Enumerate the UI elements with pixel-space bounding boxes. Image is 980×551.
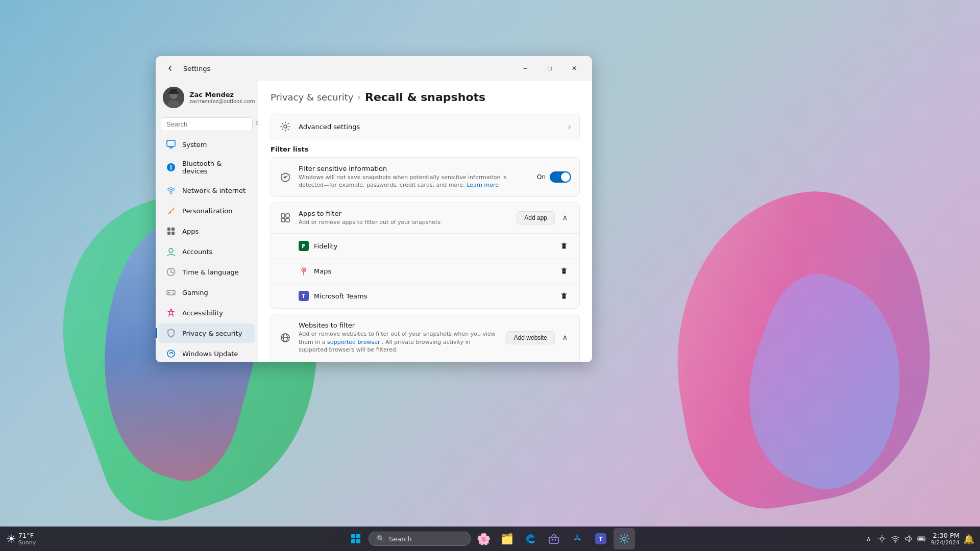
apps-filter-desc: Add or remove apps to filter out of your… (299, 218, 509, 226)
tray-expand[interactable]: ∧ (864, 534, 874, 544)
sidebar-item-personalization-label: Personalization (182, 207, 233, 215)
app-item-maps: Maps (271, 259, 579, 284)
apps-filter-section: Apps to filter Add or remove apps to fil… (271, 202, 580, 309)
websites-collapse-button[interactable]: ∧ (559, 332, 571, 344)
svg-line-11 (170, 210, 172, 212)
close-button[interactable]: ✕ (562, 60, 586, 77)
filter-sensitive-icon (279, 171, 291, 183)
window-title: Settings (183, 65, 210, 72)
svg-point-25 (170, 309, 172, 311)
taskbar-search-label: Search (389, 535, 412, 543)
taskbar-search-bar[interactable]: 🔍 Search (369, 532, 471, 546)
tray-network[interactable] (890, 534, 900, 544)
sidebar: Zac Mendez zacmendez@outlook.com 🔍 Syste… (156, 81, 258, 362)
accessibility-icon (166, 308, 176, 318)
sidebar-item-system[interactable]: System (159, 135, 255, 154)
search-input[interactable] (166, 120, 252, 128)
tray-battery[interactable] (917, 534, 927, 544)
system-icon (166, 139, 176, 149)
app-item-fidelity-name: Fidelity (314, 242, 552, 250)
sidebar-item-personalization[interactable]: Personalization (159, 201, 255, 220)
title-bar-left: Settings (162, 60, 210, 77)
breadcrumb: Privacy & security › Recall & snapshots (271, 91, 580, 104)
apps-collapse-button[interactable]: ∧ (559, 212, 571, 224)
taskbar-app-files[interactable]: 🗂️ (496, 528, 518, 549)
taskbar-app-teams[interactable]: T (590, 528, 611, 549)
filter-sensitive-toggle[interactable] (550, 171, 571, 183)
filter-sensitive-card: Filter sensitive information Windows wil… (271, 157, 580, 197)
sidebar-item-accounts[interactable]: Accounts (159, 242, 255, 261)
svg-point-63 (894, 541, 895, 542)
user-email: zacmendez@outlook.com (189, 98, 255, 104)
delete-fidelity-button[interactable] (557, 239, 571, 253)
delete-teams-button[interactable] (557, 289, 571, 303)
clock[interactable]: 2:30 PM 9/24/2024 (931, 532, 960, 546)
learn-more-link[interactable]: Learn more (467, 182, 499, 188)
weather-temp: 71°F (18, 532, 36, 539)
taskbar-left: ☀️ 71°F Sunny (6, 532, 36, 546)
svg-rect-66 (918, 538, 923, 540)
svg-rect-49 (356, 534, 360, 538)
svg-rect-12 (167, 228, 170, 231)
title-bar: Settings – □ ✕ (156, 56, 592, 81)
svg-rect-50 (351, 539, 355, 543)
taskbar-right: ∧ 2:30 PM 9/24/2024 🔔 (864, 532, 974, 546)
supported-browser-link[interactable]: supported browser (327, 339, 380, 345)
sidebar-item-apps[interactable]: Apps (159, 221, 255, 241)
add-app-button[interactable]: Add app (517, 211, 555, 224)
filter-sensitive-desc: Windows will not save snapshots when pot… (299, 173, 530, 189)
svg-point-16 (169, 248, 173, 253)
svg-rect-51 (356, 539, 360, 543)
svg-text:T: T (599, 536, 603, 542)
svg-point-53 (552, 539, 553, 541)
svg-text:ᛒ: ᛒ (169, 164, 173, 171)
sidebar-item-time[interactable]: Time & language (159, 262, 255, 282)
advanced-settings-row[interactable]: Advanced settings › (271, 113, 579, 140)
update-icon (166, 348, 176, 359)
sidebar-item-bluetooth-label: Bluetooth & devices (182, 160, 248, 175)
accounts-icon (166, 246, 176, 257)
svg-marker-64 (905, 536, 910, 542)
websites-filter-title: Websites to filter (299, 321, 499, 329)
sidebar-item-network[interactable]: Network & internet (159, 181, 255, 200)
svg-line-19 (171, 272, 173, 273)
taskbar-app-edge[interactable] (520, 528, 541, 549)
svg-point-23 (172, 292, 173, 293)
svg-rect-29 (281, 214, 285, 217)
sidebar-search[interactable]: 🔍 (161, 117, 253, 131)
breadcrumb-parent[interactable]: Privacy & security (271, 92, 354, 103)
delete-maps-button[interactable] (557, 264, 571, 278)
taskbar-app-copilot[interactable] (567, 528, 588, 549)
sidebar-item-update[interactable]: Windows Update (159, 344, 255, 362)
user-profile[interactable]: Zac Mendez zacmendez@outlook.com (156, 81, 258, 114)
svg-point-57 (623, 537, 626, 541)
tray-brightness[interactable] (877, 534, 887, 544)
start-button[interactable] (345, 528, 366, 549)
svg-point-24 (173, 293, 174, 294)
maximize-button[interactable]: □ (538, 60, 561, 77)
taskbar-app-flowers[interactable]: 🌸 (473, 528, 494, 549)
tray-volume[interactable] (903, 534, 914, 544)
filter-sensitive-text: Filter sensitive information Windows wil… (299, 165, 530, 189)
back-button[interactable] (162, 60, 178, 77)
sidebar-item-system-label: System (182, 141, 207, 148)
sidebar-item-gaming[interactable]: Gaming (159, 283, 255, 302)
sidebar-item-privacy[interactable]: Privacy & security (159, 323, 255, 343)
avatar (163, 87, 184, 108)
svg-rect-52 (549, 537, 558, 543)
add-website-button[interactable]: Add website (506, 331, 555, 344)
sidebar-item-accessibility[interactable]: Accessibility (159, 303, 255, 322)
tray-notification[interactable]: 🔔 (964, 534, 974, 544)
app-item-fidelity: F Fidelity (271, 234, 579, 259)
svg-rect-31 (281, 218, 285, 222)
apps-filter-header: Apps to filter Add or remove apps to fil… (271, 203, 579, 234)
taskbar-app-settings-active[interactable] (614, 528, 635, 549)
taskbar-app-store[interactable] (543, 528, 565, 549)
svg-point-54 (555, 539, 556, 541)
sidebar-item-bluetooth[interactable]: ᛒ Bluetooth & devices (159, 155, 255, 180)
svg-point-58 (880, 537, 884, 540)
svg-rect-14 (167, 232, 170, 235)
taskbar-center: 🔍 Search 🌸 🗂️ T (345, 528, 635, 549)
minimize-button[interactable]: – (513, 60, 537, 77)
clock-time: 2:30 PM (933, 532, 960, 539)
